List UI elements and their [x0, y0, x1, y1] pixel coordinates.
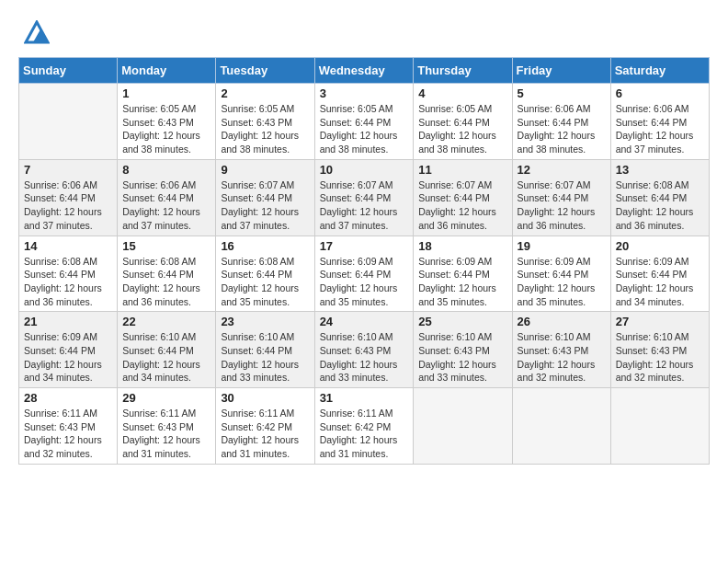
day-info: Sunrise: 6:11 AMSunset: 6:42 PMDaylight:… — [221, 407, 309, 461]
calendar-cell: 21Sunrise: 6:09 AMSunset: 6:44 PMDayligh… — [19, 312, 118, 388]
day-info: Sunrise: 6:07 AMSunset: 6:44 PMDaylight:… — [320, 178, 409, 233]
day-number: 6 — [616, 86, 704, 100]
day-number: 21 — [24, 315, 112, 328]
logo-icon — [24, 20, 50, 48]
day-number: 25 — [418, 315, 506, 328]
calendar-cell: 28Sunrise: 6:11 AMSunset: 6:43 PMDayligh… — [19, 388, 118, 465]
calendar-cell: 19Sunrise: 6:09 AMSunset: 6:44 PMDayligh… — [512, 236, 610, 312]
day-info: Sunrise: 6:05 AMSunset: 6:43 PMDaylight:… — [221, 102, 309, 156]
day-number: 19 — [518, 239, 606, 253]
day-info: Sunrise: 6:09 AMSunset: 6:44 PMDaylight:… — [518, 255, 606, 309]
day-number: 20 — [616, 239, 704, 253]
calendar-cell — [414, 388, 512, 465]
day-header-wednesday: Wednesday — [314, 58, 414, 84]
calendar-cell: 25Sunrise: 6:10 AMSunset: 6:43 PMDayligh… — [414, 312, 512, 388]
day-number: 11 — [418, 163, 506, 177]
day-number: 5 — [518, 86, 606, 100]
day-number: 18 — [418, 239, 506, 253]
day-info: Sunrise: 6:10 AMSunset: 6:44 PMDaylight:… — [221, 330, 309, 385]
day-info: Sunrise: 6:08 AMSunset: 6:44 PMDaylight:… — [616, 178, 704, 233]
calendar-cell: 4Sunrise: 6:05 AMSunset: 6:44 PMDaylight… — [414, 84, 512, 160]
calendar-week-5: 28Sunrise: 6:11 AMSunset: 6:43 PMDayligh… — [19, 388, 710, 465]
day-info: Sunrise: 6:05 AMSunset: 6:43 PMDaylight:… — [122, 102, 210, 156]
day-header-monday: Monday — [118, 58, 216, 84]
calendar-cell: 27Sunrise: 6:10 AMSunset: 6:43 PMDayligh… — [610, 312, 709, 388]
calendar-cell: 1Sunrise: 6:05 AMSunset: 6:43 PMDaylight… — [118, 84, 216, 160]
calendar-cell: 16Sunrise: 6:08 AMSunset: 6:44 PMDayligh… — [216, 236, 314, 312]
calendar-cell: 31Sunrise: 6:11 AMSunset: 6:42 PMDayligh… — [314, 388, 414, 465]
day-header-tuesday: Tuesday — [216, 58, 314, 84]
day-info: Sunrise: 6:07 AMSunset: 6:44 PMDaylight:… — [418, 178, 506, 233]
day-info: Sunrise: 6:05 AMSunset: 6:44 PMDaylight:… — [418, 102, 506, 156]
day-number: 13 — [616, 163, 704, 177]
day-info: Sunrise: 6:07 AMSunset: 6:44 PMDaylight:… — [221, 178, 309, 233]
day-info: Sunrise: 6:06 AMSunset: 6:44 PMDaylight:… — [616, 102, 704, 156]
day-number: 24 — [320, 315, 409, 328]
calendar-cell: 30Sunrise: 6:11 AMSunset: 6:42 PMDayligh… — [216, 388, 314, 465]
calendar-cell: 29Sunrise: 6:11 AMSunset: 6:43 PMDayligh… — [118, 388, 216, 465]
calendar-cell: 7Sunrise: 6:06 AMSunset: 6:44 PMDaylight… — [19, 159, 118, 236]
day-header-saturday: Saturday — [610, 58, 709, 84]
day-number: 3 — [320, 86, 409, 100]
day-info: Sunrise: 6:10 AMSunset: 6:43 PMDaylight:… — [616, 330, 704, 385]
day-number: 2 — [221, 86, 309, 100]
day-info: Sunrise: 6:10 AMSunset: 6:43 PMDaylight:… — [418, 330, 506, 385]
day-number: 8 — [122, 163, 210, 177]
day-info: Sunrise: 6:07 AMSunset: 6:44 PMDaylight:… — [518, 178, 606, 233]
day-info: Sunrise: 6:10 AMSunset: 6:43 PMDaylight:… — [320, 330, 409, 385]
day-info: Sunrise: 6:10 AMSunset: 6:44 PMDaylight:… — [122, 330, 210, 385]
calendar-cell — [610, 388, 709, 465]
calendar-cell: 14Sunrise: 6:08 AMSunset: 6:44 PMDayligh… — [19, 236, 118, 312]
day-info: Sunrise: 6:09 AMSunset: 6:44 PMDaylight:… — [320, 255, 409, 309]
calendar-cell: 10Sunrise: 6:07 AMSunset: 6:44 PMDayligh… — [314, 159, 414, 236]
day-info: Sunrise: 6:06 AMSunset: 6:44 PMDaylight:… — [122, 178, 210, 233]
calendar: SundayMondayTuesdayWednesdayThursdayFrid… — [18, 57, 710, 465]
calendar-cell: 11Sunrise: 6:07 AMSunset: 6:44 PMDayligh… — [414, 159, 512, 236]
calendar-cell: 22Sunrise: 6:10 AMSunset: 6:44 PMDayligh… — [118, 312, 216, 388]
day-info: Sunrise: 6:08 AMSunset: 6:44 PMDaylight:… — [122, 255, 210, 309]
day-number: 1 — [122, 86, 210, 100]
day-info: Sunrise: 6:11 AMSunset: 6:43 PMDaylight:… — [122, 407, 210, 461]
calendar-cell — [512, 388, 610, 465]
day-info: Sunrise: 6:09 AMSunset: 6:44 PMDaylight:… — [418, 255, 506, 309]
calendar-cell: 20Sunrise: 6:09 AMSunset: 6:44 PMDayligh… — [610, 236, 709, 312]
calendar-cell: 5Sunrise: 6:06 AMSunset: 6:44 PMDaylight… — [512, 84, 610, 160]
calendar-cell: 24Sunrise: 6:10 AMSunset: 6:43 PMDayligh… — [314, 312, 414, 388]
calendar-cell: 23Sunrise: 6:10 AMSunset: 6:44 PMDayligh… — [216, 312, 314, 388]
day-info: Sunrise: 6:09 AMSunset: 6:44 PMDaylight:… — [616, 255, 704, 309]
calendar-cell: 13Sunrise: 6:08 AMSunset: 6:44 PMDayligh… — [610, 159, 709, 236]
day-info: Sunrise: 6:06 AMSunset: 6:44 PMDaylight:… — [24, 178, 112, 233]
calendar-cell: 2Sunrise: 6:05 AMSunset: 6:43 PMDaylight… — [216, 84, 314, 160]
day-info: Sunrise: 6:09 AMSunset: 6:44 PMDaylight:… — [24, 330, 112, 385]
day-number: 17 — [320, 239, 409, 253]
calendar-week-1: 1Sunrise: 6:05 AMSunset: 6:43 PMDaylight… — [19, 84, 710, 160]
day-number: 23 — [221, 315, 309, 328]
day-info: Sunrise: 6:10 AMSunset: 6:43 PMDaylight:… — [518, 330, 606, 385]
calendar-cell: 12Sunrise: 6:07 AMSunset: 6:44 PMDayligh… — [512, 159, 610, 236]
day-number: 26 — [518, 315, 606, 328]
calendar-cell: 26Sunrise: 6:10 AMSunset: 6:43 PMDayligh… — [512, 312, 610, 388]
calendar-cell: 3Sunrise: 6:05 AMSunset: 6:44 PMDaylight… — [314, 84, 414, 160]
day-number: 27 — [616, 315, 704, 328]
day-number: 30 — [221, 391, 309, 405]
day-number: 22 — [122, 315, 210, 328]
day-header-thursday: Thursday — [414, 58, 512, 84]
day-number: 14 — [24, 239, 112, 253]
page-header — [18, 18, 710, 48]
day-number: 16 — [221, 239, 309, 253]
day-number: 31 — [320, 391, 409, 405]
logo — [18, 18, 50, 48]
calendar-cell — [19, 84, 118, 160]
calendar-cell: 17Sunrise: 6:09 AMSunset: 6:44 PMDayligh… — [314, 236, 414, 312]
calendar-cell: 18Sunrise: 6:09 AMSunset: 6:44 PMDayligh… — [414, 236, 512, 312]
calendar-cell: 15Sunrise: 6:08 AMSunset: 6:44 PMDayligh… — [118, 236, 216, 312]
day-number: 12 — [518, 163, 606, 177]
day-info: Sunrise: 6:05 AMSunset: 6:44 PMDaylight:… — [320, 102, 409, 156]
calendar-cell: 6Sunrise: 6:06 AMSunset: 6:44 PMDaylight… — [610, 84, 709, 160]
day-number: 7 — [24, 163, 112, 177]
calendar-cell: 9Sunrise: 6:07 AMSunset: 6:44 PMDaylight… — [216, 159, 314, 236]
day-number: 9 — [221, 163, 309, 177]
calendar-week-3: 14Sunrise: 6:08 AMSunset: 6:44 PMDayligh… — [19, 236, 710, 312]
day-number: 10 — [320, 163, 409, 177]
day-number: 15 — [122, 239, 210, 253]
